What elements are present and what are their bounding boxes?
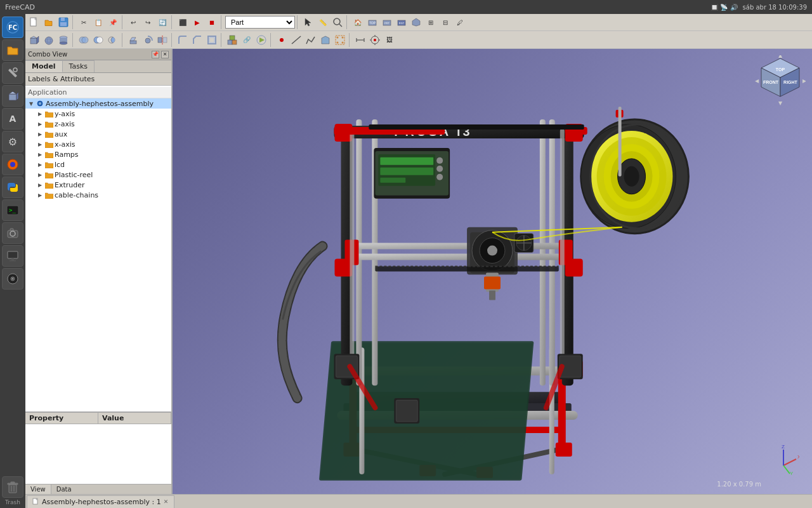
svg-rect-29 [60,22,67,26]
model-tab[interactable]: Model [25,60,63,72]
child-expand-arrow[interactable]: ▶ [36,109,44,118]
view-fitall-btn[interactable]: ⊞ [424,15,438,29]
new-btn[interactable] [27,15,41,29]
view-tab[interactable]: View [25,485,51,494]
dock-display-icon[interactable] [2,245,23,267]
view-home-btn[interactable]: 🏠 [351,15,365,29]
open-btn[interactable] [42,15,56,29]
child-expand-arrow[interactable]: ▶ [36,140,44,149]
measure-dist-btn[interactable] [353,33,367,47]
combo-view-header-btns: 📌 ✕ [152,51,169,58]
tree-child-item[interactable]: ▶ lcd [25,159,171,170]
paste-btn[interactable]: 📌 [106,15,120,29]
child-expand-arrow[interactable]: ▶ [36,150,44,159]
svg-text:TOP: TOP [776,67,785,72]
dock-camera-icon[interactable] [2,222,23,244]
point-btn[interactable] [275,33,289,47]
toolbar2-sep6 [349,33,351,47]
tree-child-item[interactable]: ▶ x-axis [25,139,171,149]
stop-btn[interactable]: ⬛ [176,15,190,29]
child-expand-arrow[interactable]: ▶ [36,119,44,128]
dock-freecad-icon[interactable]: FC [2,17,23,38]
image-btn[interactable]: 🖼 [383,33,396,47]
view-top-btn[interactable]: TOP [365,15,379,29]
extrude-btn[interactable] [126,33,140,47]
view-right-btn[interactable]: RGT [395,15,409,29]
tree-child-item[interactable]: ▶ y-axis [25,109,171,119]
dock-text-icon[interactable]: A [2,108,23,130]
child-expand-arrow[interactable]: ▶ [36,170,44,179]
save-btn[interactable] [56,15,70,29]
app-body: ✂ 📋 📌 ↩ ↪ 🔄 ⬛ ▶ ⏹ Part 📏 🏠 TOP FRT [25,14,812,508]
dock-disk-icon[interactable] [2,268,23,290]
part-sphere-btn[interactable] [42,33,56,47]
measure-btn[interactable]: 📏 [316,15,330,29]
fillet-btn[interactable] [176,33,190,47]
child-expand-arrow[interactable]: ▶ [36,160,44,169]
child-expand-arrow[interactable]: ▶ [36,190,44,199]
wire-btn[interactable] [304,33,318,47]
dock-terminal-icon[interactable]: >_ [2,199,23,221]
zoom-all-btn[interactable] [331,15,344,29]
dock-wrench-icon[interactable] [2,62,23,84]
assembly-tab[interactable]: Assembly-hephestos-assembly : 1 ✕ [27,495,174,508]
combo-close-btn[interactable]: ✕ [161,51,169,58]
view-front-btn[interactable]: FRT [380,15,394,29]
tree-child-item[interactable]: ▶ Ramps [25,149,171,159]
sketch-btn[interactable] [333,33,347,47]
view-data-tabs: View Data [25,484,171,494]
data-tab[interactable]: Data [51,485,77,494]
redo-btn[interactable]: ↪ [141,15,155,29]
revolve-btn[interactable] [141,33,155,47]
dock-folder-icon[interactable] [2,39,23,61]
tree-child-item[interactable]: ▶ Extruder [25,180,171,190]
cut-btn[interactable]: ✂ [77,15,91,29]
undo-btn[interactable]: ↩ [126,15,140,29]
toolbar-sep4 [221,15,223,29]
chamfer-btn[interactable] [190,33,204,47]
tree-child-item[interactable]: ▶ aux [25,129,171,139]
snap-btn[interactable] [368,33,382,47]
dock-python-icon[interactable] [2,177,23,198]
svg-text:◀: ◀ [755,78,759,84]
play-btn[interactable]: ▶ [190,15,204,29]
simulate-btn[interactable] [254,33,268,47]
tab-close-btn[interactable]: ✕ [163,498,169,505]
shell-btn[interactable] [205,33,219,47]
part-cyl-btn[interactable] [56,33,70,47]
boolean-union-btn[interactable] [77,33,91,47]
assembly-btn[interactable] [225,33,239,47]
dock-box-icon[interactable] [2,85,23,107]
copy-btn[interactable]: 📋 [91,15,105,29]
view-fitsel-btn[interactable]: ⊟ [438,15,452,29]
svg-point-146 [436,174,443,180]
part-box-btn[interactable] [27,33,41,47]
dock-trash-icon[interactable] [2,476,23,498]
combo-pin-btn[interactable]: 📌 [152,51,159,58]
mirror-btn[interactable] [155,33,169,47]
workbench-select[interactable]: Part [225,16,295,29]
viewport[interactable]: PRUSA i3 [173,49,812,494]
refresh-btn[interactable]: 🔄 [155,15,169,29]
draw-style-btn[interactable]: 🖊 [453,15,467,29]
boolean-intersect-btn[interactable] [106,33,120,47]
child-expand-arrow[interactable]: ▶ [36,180,44,189]
constraint-btn[interactable]: 🔗 [240,33,254,47]
face-btn[interactable] [318,33,332,47]
tree-child-item[interactable]: ▶ cable-chains [25,190,171,200]
tree-child-item[interactable]: ▶ Plastic-reel [25,170,171,180]
stoprec-btn[interactable]: ⏹ [205,15,219,29]
tree-expand-arrow[interactable]: ▼ [27,99,36,108]
view-iso-btn[interactable] [409,15,423,29]
child-expand-arrow[interactable]: ▶ [36,130,44,138]
pointer-btn[interactable] [301,15,315,29]
boolean-cut-btn[interactable] [91,33,105,47]
dock-settings-icon[interactable]: ⚙ [2,131,23,152]
folder-icon [44,170,53,179]
tree-child-item[interactable]: ▶ z-axis [25,119,171,129]
nav-cube[interactable]: TOP FRONT RIGHT ▲ ▼ ◀ ▶ [755,55,806,106]
tree-root-item[interactable]: ▼ Assembly-hephestos-assembly [25,98,171,109]
line-btn[interactable] [289,33,303,47]
tasks-tab[interactable]: Tasks [63,60,95,72]
dock-firefox-icon[interactable] [2,154,23,175]
